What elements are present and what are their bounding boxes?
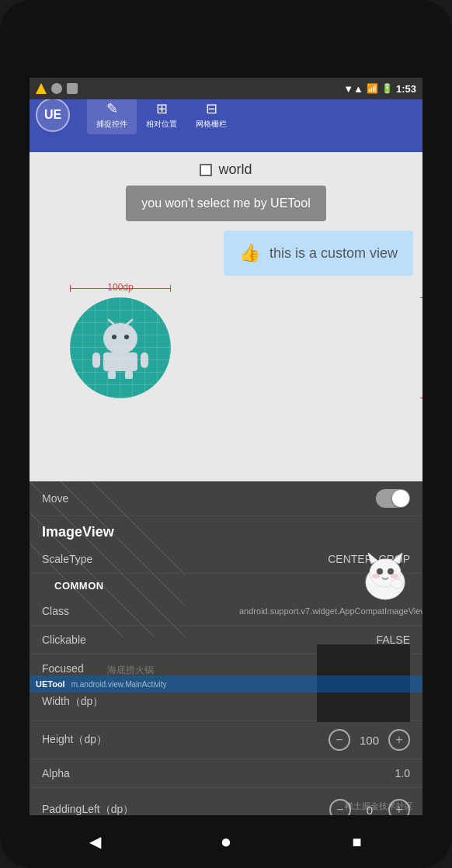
width-line (70, 288, 171, 289)
image-view-title: ImageView (42, 524, 114, 540)
thumb-up-icon: 👍 (239, 243, 260, 263)
app-screen: UE ✎ 捕捉控件 ⊞ 相对位置 ⊟ 网格栅栏 (30, 78, 422, 815)
custom-view-text: this is a custom view (269, 245, 398, 262)
gray-button: you won't select me by UETool (126, 186, 325, 221)
svg-point-16 (372, 574, 380, 578)
checkbox-label: world (218, 161, 252, 178)
svg-rect-9 (125, 370, 133, 379)
height-dp-label: Height（dp） (42, 733, 107, 747)
class-label: Class (42, 605, 69, 617)
scale-type-label: ScaleType (42, 553, 92, 565)
status-icons-left (36, 83, 78, 94)
image-view-title-row: ImageView (30, 516, 422, 545)
capture-icon: ✎ (106, 100, 118, 117)
svg-point-17 (391, 574, 398, 578)
move-label: Move (42, 492, 68, 505)
class-value: android.support.v7.widget.AppCompatImage… (239, 606, 410, 616)
relative-label: 相对位置 (146, 119, 177, 130)
toggle-knob (392, 490, 409, 507)
height-stepper: − 100 + (329, 729, 410, 751)
grid-btn[interactable]: ⊟ 网格栅栏 (186, 95, 236, 134)
uetool-activity: m.android.view.MainActivity (71, 680, 167, 689)
width-label: 100dp (70, 282, 171, 293)
toolbar-actions: ✎ 捕捉控件 ⊞ 相对位置 ⊟ 网格栅栏 (87, 95, 236, 134)
capture-btn[interactable]: ✎ 捕捉控件 (87, 95, 137, 134)
height-row: Height（dp） − 100 + (30, 721, 422, 759)
svg-point-2 (124, 335, 129, 339)
cat-mascot (354, 543, 416, 606)
bottom-panel: Move ImageView ScaleType CENTER_CROP COM… (30, 481, 422, 815)
logo: UE (36, 98, 70, 132)
common-label: COMMON (42, 575, 116, 596)
custom-view-box: 👍 this is a custom view (224, 231, 413, 276)
checkbox[interactable] (200, 164, 212, 176)
circle-icon (51, 83, 62, 94)
grid-label: 网格栅栏 (196, 119, 227, 130)
padding-left-label: PaddingLeft（dp） (42, 803, 134, 815)
battery-icon: 🔋 (381, 83, 393, 94)
height-increment[interactable]: + (388, 729, 410, 751)
move-toggle[interactable] (376, 489, 410, 508)
status-bar: ▼▲ 📶 🔋 1:53 (30, 78, 422, 99)
back-button[interactable]: ◀ (81, 828, 109, 856)
relative-btn[interactable]: ⊞ 相对位置 (137, 95, 186, 134)
svg-rect-6 (92, 352, 100, 368)
bottom-nav: ◀ ● ■ (30, 815, 422, 868)
relative-icon: ⊞ (156, 100, 168, 117)
android-image (70, 297, 171, 398)
alpha-row: Alpha 1.0 (30, 759, 422, 788)
focused-label: Focused (42, 662, 84, 675)
checkbox-row: world (39, 161, 413, 178)
signal-bars: 📶 (367, 83, 378, 94)
status-icons-right: ▼▲ 📶 🔋 1:53 (343, 83, 416, 95)
wifi-icon: ▼▲ (343, 83, 363, 95)
home-icon: ● (221, 831, 232, 852)
svg-rect-8 (108, 370, 116, 379)
svg-line-3 (109, 320, 114, 325)
uetool-label: UETool (36, 679, 65, 689)
svg-point-18 (391, 579, 403, 589)
height-value: 100 (360, 734, 379, 747)
alpha-value: 1.0 (395, 767, 410, 779)
android-svg (89, 317, 151, 379)
height-decrement[interactable]: − (329, 729, 350, 751)
clickable-label: Clickable (42, 634, 86, 646)
phone-frame: ▼▲ 📶 🔋 1:53 UE ✎ 捕捉控件 ⊞ 相对位置 (0, 0, 452, 868)
capture-label: 捕捉控件 (96, 119, 127, 130)
svg-point-0 (103, 323, 137, 354)
grid-icon: ⊟ (206, 100, 217, 117)
alpha-label: Alpha (42, 767, 70, 779)
svg-rect-5 (103, 352, 137, 371)
recent-icon: ■ (353, 833, 362, 851)
sd-icon (67, 83, 78, 94)
svg-point-14 (377, 568, 383, 575)
warning-icon (36, 83, 47, 94)
recent-button[interactable]: ■ (343, 828, 371, 856)
svg-line-4 (127, 320, 132, 325)
clock: 1:53 (396, 83, 416, 95)
width-dp-label: Width（dp） (42, 695, 103, 709)
svg-point-1 (112, 335, 116, 339)
back-icon: ◀ (89, 832, 101, 851)
svg-point-15 (388, 568, 394, 575)
uetool-bar: UETool m.android.view.MainActivity (30, 675, 422, 693)
home-button[interactable]: ● (212, 828, 240, 856)
watermark: 稀土掘金技术社区 (345, 800, 413, 812)
svg-rect-7 (141, 352, 148, 368)
move-row: Move (30, 481, 422, 516)
